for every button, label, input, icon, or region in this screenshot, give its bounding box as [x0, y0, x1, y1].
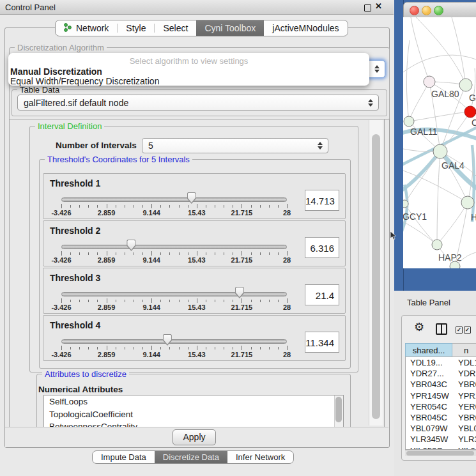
close-window-icon[interactable]: [410, 6, 419, 15]
node-label: GAL80: [431, 89, 459, 99]
control-panel-titlebar: Control Panel ✕: [0, 0, 394, 15]
table-body: YDL19...YDL1YDR27...YDR2YBR043CYBR0YPR14…: [405, 357, 476, 450]
network-node[interactable]: [403, 200, 408, 208]
mouse-cursor: [390, 231, 396, 240]
network-edges: [403, 17, 476, 266]
network-node[interactable]: [459, 79, 472, 91]
table-settings-gear-icon[interactable]: ⚙: [414, 321, 424, 333]
threshold-value-box[interactable]: 21.4: [305, 284, 339, 305]
network-node[interactable]: [464, 106, 476, 118]
table-row[interactable]: YBR043CYBR0: [406, 379, 476, 390]
node-label: GAL11: [410, 127, 438, 137]
table-row[interactable]: YBR045CYBR0: [406, 412, 476, 423]
table-data-combobox[interactable]: galFiltered.sif default node: [17, 95, 379, 111]
apply-button[interactable]: Apply: [173, 429, 216, 445]
tab-infer-network[interactable]: Infer Network: [227, 451, 293, 463]
network-node[interactable]: [450, 261, 460, 268]
network-node[interactable]: [404, 116, 414, 127]
minimize-window-icon[interactable]: [422, 6, 431, 15]
threshold-panel: Threshold 4 -3.4262.8599.14415.4321.7152…: [43, 315, 346, 361]
cyni-bottom-tabs: Impute Data Discretize Data Infer Networ…: [92, 450, 294, 464]
interval-definition-group: Interval Definition Number of Intervals …: [29, 126, 358, 372]
close-panel-icon[interactable]: ✕: [375, 1, 382, 11]
threshold-panel: Threshold 1 -3.4262.8599.14415.4321.7152…: [43, 173, 346, 219]
column-header-name[interactable]: n: [452, 343, 476, 357]
node-label: GA: [469, 93, 476, 103]
table-row[interactable]: YDR27...YDR2: [406, 368, 476, 379]
table-hscrollbar[interactable]: [405, 450, 476, 456]
split-columns-icon[interactable]: [436, 323, 447, 335]
settings-scroll-viewport: Interval Definition Number of Intervals …: [9, 119, 385, 428]
table-panel-title: Table Panel: [407, 298, 450, 307]
float-panel-icon[interactable]: [364, 4, 371, 12]
screen: Control Panel ✕ Network: [0, 0, 476, 476]
network-node[interactable]: [433, 144, 447, 158]
slider-scale: -3.4262.8599.14415.4321.71528: [43, 268, 345, 313]
threshold-value-box[interactable]: 14.713: [305, 190, 339, 211]
tab-discretize-data[interactable]: Discretize Data: [155, 451, 227, 463]
tab-jactivemnodules[interactable]: jActiveMNodules: [264, 20, 347, 36]
table-panel: Table Panel ⚙ ✓ ✓ shared... n YDL19...YD…: [394, 291, 476, 476]
number-of-intervals-combobox[interactable]: 5: [142, 138, 328, 153]
tab-cyni-toolbox[interactable]: Cyni Toolbox: [196, 20, 264, 36]
node-label: H: [471, 212, 476, 222]
network-icon: [64, 23, 72, 34]
tab-label: Style: [126, 23, 146, 33]
checkbox-icon[interactable]: ✓: [464, 326, 471, 334]
control-panel-tabs: Network Style Select Cyni Toolbox jActiv…: [55, 20, 348, 36]
group-title: Interval Definition: [35, 121, 104, 131]
network-window-titlebar[interactable]: [403, 2, 476, 19]
tab-label: Select: [163, 23, 188, 33]
tab-impute-data[interactable]: Impute Data: [93, 451, 155, 463]
group-title: Discretization Algorithm: [15, 43, 107, 52]
table-row[interactable]: YIL052CYIL0: [406, 445, 476, 450]
node-label: GCY1: [403, 211, 427, 222]
network-node[interactable]: [461, 196, 474, 209]
column-header-shared[interactable]: shared...: [405, 343, 452, 357]
tab-select[interactable]: Select: [155, 20, 196, 36]
number-of-intervals-label: Number of Intervals: [56, 141, 137, 150]
attributes-list[interactable]: SelfLoopsTopologicalCoefficientBetweenne…: [43, 395, 344, 428]
slider-scale: -3.4262.8599.14415.4321.71528: [43, 316, 345, 360]
table-row[interactable]: YDL19...YDL1: [406, 357, 476, 368]
table-row[interactable]: YBL079WYBL0: [406, 423, 476, 434]
scrollbar-thumb[interactable]: [406, 451, 474, 456]
tab-label: Discretize Data: [163, 452, 219, 462]
dropdown-placeholder: Select algorithm to view settings: [8, 56, 369, 66]
combo-stepper-icon: [368, 99, 373, 107]
slider-scale: -3.4262.8599.14415.4321.71528: [43, 174, 345, 219]
dropdown-item-manual-discretization[interactable]: Manual Discretization: [10, 66, 102, 77]
group-title: Table Data: [17, 85, 62, 95]
table-row[interactable]: YLR345WYLR3: [406, 434, 476, 445]
attribute-item[interactable]: SelfLoops: [44, 395, 343, 408]
network-node[interactable]: [424, 76, 435, 88]
table-panel-box: ⚙ ✓ ✓ shared... n YDL19...YDL1YDR27...YD…: [401, 315, 476, 461]
numerical-attributes-heading: Numerical Attributes: [38, 385, 123, 394]
tab-network[interactable]: Network: [56, 20, 117, 36]
attributes-list-scrollbar[interactable]: [334, 395, 343, 428]
table-row[interactable]: YPR145WYPR1: [406, 390, 476, 401]
threshold-value-box[interactable]: 11.344: [305, 332, 339, 353]
scrollbar-thumb[interactable]: [372, 134, 380, 419]
attribute-item[interactable]: TopologicalCoefficient: [44, 408, 343, 421]
settings-scrollbar[interactable]: [369, 120, 383, 426]
table-data-group: Table Data galFiltered.sif default node: [12, 89, 387, 116]
threshold-value-box[interactable]: 6.316: [305, 237, 339, 258]
network-node[interactable]: [432, 240, 442, 250]
zoom-window-icon[interactable]: [434, 6, 443, 15]
tab-label: Impute Data: [101, 452, 146, 462]
checkbox-icon[interactable]: ✓: [456, 326, 463, 334]
network-canvas[interactable]: GAL80GACGAL11GAL4GCY1HHAP2: [403, 17, 476, 268]
thresholds-group: Threshold's Coordinates for 5 Intervals …: [39, 159, 351, 369]
tab-style[interactable]: Style: [118, 20, 154, 36]
apply-row: Apply: [5, 427, 388, 447]
network-window-frame[interactable]: [394, 0, 404, 291]
threshold-panel: Threshold 3 -3.4262.8599.14415.4321.7152…: [43, 268, 346, 314]
threshold-panel: Threshold 2 -3.4262.8599.14415.4321.7152…: [43, 220, 346, 266]
table-row[interactable]: YER054CYER0: [406, 401, 476, 412]
group-title: Threshold's Coordinates for 5 Intervals: [45, 155, 192, 164]
tab-label: Cyni Toolbox: [204, 23, 256, 33]
dropdown-item-equal-width-frequency[interactable]: Equal Width/Frequency Discretization: [10, 76, 159, 86]
attributes-group: Attributes to discretize Numerical Attri…: [36, 374, 351, 428]
scrollbar-thumb[interactable]: [335, 397, 342, 422]
